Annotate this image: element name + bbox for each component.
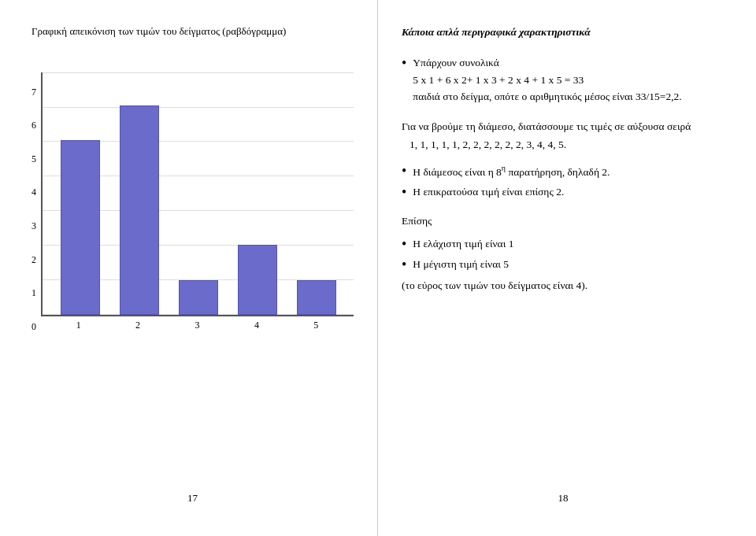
x-label-1: 1 — [57, 320, 100, 331]
page-number-right: 18 — [402, 476, 724, 505]
y-label-2: 2 — [32, 255, 36, 264]
bar-4 — [238, 245, 277, 315]
sorted-values: 1, 1, 1, 1, 1, 2, 2, 2, 2, 2, 2, 3, 4, 4… — [410, 136, 724, 154]
formula-text: 5 x 1 + 6 x 2+ 1 x 3 + 2 x 4 + 1 x 5 = 3… — [413, 74, 584, 86]
bar-group-2 — [117, 105, 161, 315]
y-axis: 7 6 5 4 3 2 1 0 — [32, 87, 41, 331]
bar-5 — [297, 280, 336, 315]
bullet-dot-4: • — [402, 237, 406, 251]
bullet-synolika: • Υπάρχουν συνολικά 5 x 1 + 6 x 2+ 1 x 3… — [402, 54, 724, 105]
synolika-block: • Υπάρχουν συνολικά 5 x 1 + 6 x 2+ 1 x 3… — [402, 54, 724, 105]
x-label-2: 2 — [116, 320, 159, 331]
bar-group-1 — [58, 140, 102, 314]
chart-wrapper: 7 6 5 4 3 2 1 0 — [32, 64, 354, 331]
bar-group-3 — [176, 280, 220, 315]
bullet-elaxisti: • Η ελάχιστη τιμή είναι 1 — [402, 235, 724, 253]
y-label-4: 4 — [32, 187, 36, 197]
page-number-left: 17 — [32, 492, 354, 505]
left-page: Γραφική απεικόνιση των τιμών του δείγματ… — [0, 0, 378, 536]
bars-and-grid — [41, 72, 354, 316]
bar-2 — [120, 105, 159, 315]
bar-group-5 — [295, 280, 338, 315]
left-header: Γραφική απεικόνιση των τιμών του δείγματ… — [32, 24, 354, 40]
bullet-dot-2: • — [402, 164, 406, 178]
chart-area: 7 6 5 4 3 2 1 0 — [32, 64, 354, 476]
bullet-diamesos: • Η διάμεσος είναι η 8η παρατήρηση, δηλα… — [402, 162, 724, 180]
megisti-text: Η μέγιστη τιμή είναι 5 — [413, 256, 509, 273]
bar-3 — [179, 280, 218, 315]
x-label-3: 3 — [176, 320, 219, 331]
x-label-4: 4 — [235, 320, 278, 331]
episis-title: Επίσης — [402, 213, 724, 231]
right-page: Κάποια απλά περιγραφικά χαρακτηριστικά •… — [378, 0, 756, 536]
elaxisti-text: Η ελάχιστη τιμή είναι 1 — [413, 235, 513, 253]
y-label-1: 1 — [32, 288, 36, 298]
bullet-epikratousa: • Η επικρατούσα τιμή είναι επίσης 2. — [402, 183, 724, 201]
x-label-5: 5 — [295, 320, 338, 331]
y-label-3: 3 — [32, 221, 36, 231]
bullet-dot-1: • — [402, 56, 406, 70]
mean-text: παιδιά στο δείγμα, οπότε ο αριθμητικός μ… — [413, 91, 681, 102]
y-label-0: 0 — [32, 322, 36, 331]
x-axis-labels: 1 2 3 4 5 — [41, 316, 354, 331]
bullet-diamesos-text: Η διάμεσος είναι η 8η παρατήρηση, δηλαδή… — [413, 162, 610, 180]
page-title: Κάποια απλά περιγραφικά χαρακτηριστικά — [402, 26, 591, 38]
y-label-7: 7 — [32, 87, 36, 97]
range-text: (το εύρος των τιμών του δείγματος είναι … — [402, 277, 724, 295]
bullet-synolika-text: Υπάρχουν συνολικά 5 x 1 + 6 x 2+ 1 x 3 +… — [413, 54, 681, 105]
bullet-dot-3: • — [402, 185, 406, 199]
bar-group-4 — [235, 245, 279, 315]
title-block: Κάποια απλά περιγραφικά χαρακτηριστικά — [402, 24, 724, 42]
chart-inner: 1 2 3 4 5 — [41, 72, 354, 331]
bullet-dot-5: • — [402, 257, 406, 272]
median-intro: Για να βρούμε τη διάμεσο, διατάσσουμε τι… — [402, 118, 724, 136]
right-content: Κάποια απλά περιγραφικά χαρακτηριστικά •… — [402, 24, 724, 308]
bullet-megisti: • Η μέγιστη τιμή είναι 5 — [402, 256, 724, 273]
bar-1 — [61, 140, 100, 314]
epikratousa-text: Η επικρατούσα τιμή είναι επίσης 2. — [413, 183, 564, 201]
episis-block: Επίσης • Η ελάχιστη τιμή είναι 1 • Η μέγ… — [402, 213, 724, 295]
y-label-5: 5 — [32, 154, 36, 164]
median-block: Για να βρούμε τη διάμεσο, διατάσσουμε τι… — [402, 118, 724, 201]
y-label-6: 6 — [32, 120, 36, 130]
bars-row — [43, 72, 354, 315]
